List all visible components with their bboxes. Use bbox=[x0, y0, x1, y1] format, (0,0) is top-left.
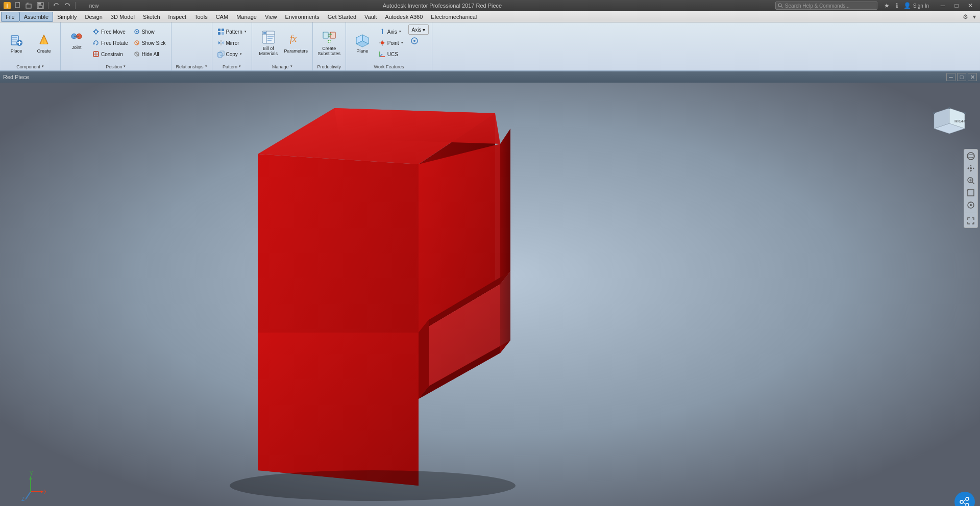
plane-button[interactable]: Plane bbox=[349, 24, 376, 60]
menu-electromechanical[interactable]: Electromechanical bbox=[427, 12, 481, 22]
orbit-btn[interactable] bbox=[965, 150, 976, 162]
place-button[interactable]: Place bbox=[3, 24, 30, 60]
app-icon: I bbox=[3, 2, 11, 10]
svg-marker-65 bbox=[381, 29, 383, 30]
component-dropdown-arrow[interactable]: ▾ bbox=[42, 64, 44, 68]
pattern-label: Pattern bbox=[226, 29, 242, 35]
save-btn[interactable] bbox=[36, 2, 45, 10]
menu-tools[interactable]: Tools bbox=[190, 12, 212, 22]
view-options-button[interactable] bbox=[408, 36, 429, 46]
menu-assemble[interactable]: Assemble bbox=[19, 12, 53, 22]
show-sick-button[interactable]: Show Sick bbox=[131, 38, 168, 48]
close-btn[interactable]: ✕ bbox=[964, 1, 977, 10]
ribbon-group-pattern: Pattern ▾ Mirror Copy bbox=[212, 22, 252, 70]
zoom-btn[interactable] bbox=[965, 175, 976, 186]
svg-point-66 bbox=[381, 41, 384, 44]
svg-marker-43 bbox=[218, 41, 220, 44]
fit-btn[interactable] bbox=[965, 215, 976, 226]
menu-manage[interactable]: Manage bbox=[232, 12, 261, 22]
create-button[interactable]: Create bbox=[31, 24, 57, 60]
menu-design[interactable]: Design bbox=[81, 12, 107, 22]
viewport-maximize-btn[interactable]: □ bbox=[957, 73, 966, 81]
user-btn[interactable]: 👤 bbox=[903, 2, 912, 10]
menu-vault[interactable]: Vault bbox=[360, 12, 381, 22]
axis-button[interactable]: Axis ▾ bbox=[377, 27, 405, 37]
create-substitutes-button[interactable]: Create Substitutes bbox=[316, 24, 342, 60]
redo-btn[interactable] bbox=[63, 2, 72, 10]
parameters-label: Parameters bbox=[284, 49, 308, 54]
undo-btn[interactable] bbox=[52, 2, 61, 10]
pan-btn[interactable] bbox=[965, 163, 976, 174]
viewport[interactable]: RIGHT bbox=[0, 83, 980, 506]
hide-all-button[interactable]: Hide All bbox=[131, 49, 168, 59]
svg-line-35 bbox=[136, 42, 138, 44]
bom-button[interactable]: Bill of Materials bbox=[255, 24, 282, 60]
pattern-button[interactable]: Pattern ▾ bbox=[215, 27, 249, 37]
title-bar-left: I new bbox=[3, 2, 109, 10]
svg-rect-41 bbox=[222, 32, 224, 35]
mirror-button[interactable]: Mirror bbox=[215, 38, 249, 48]
search-bar[interactable]: Search Help & Commands... bbox=[775, 2, 877, 10]
open-btn[interactable] bbox=[24, 2, 34, 10]
sign-in-label[interactable]: Sign In bbox=[913, 3, 929, 9]
relationships-dropdown-arrow[interactable]: ▾ bbox=[205, 64, 207, 68]
joint-button[interactable]: Joint bbox=[64, 27, 89, 61]
free-rotate-button[interactable]: Free Rotate bbox=[90, 38, 130, 48]
ucs-button[interactable]: UCS bbox=[377, 49, 405, 59]
position-group-label: Position bbox=[106, 64, 122, 69]
appearance-btn[interactable]: new bbox=[79, 2, 109, 10]
new-btn[interactable] bbox=[13, 2, 22, 10]
settings-btn[interactable]: ⚙ bbox=[961, 13, 970, 21]
free-rotate-icon bbox=[92, 39, 100, 46]
expand-ribbon-btn[interactable]: ▾ bbox=[970, 13, 979, 21]
maximize-btn[interactable]: □ bbox=[950, 1, 963, 10]
menu-3dmodel[interactable]: 3D Model bbox=[107, 12, 139, 22]
axis-label: Axis bbox=[387, 29, 397, 35]
component-group-label: component bbox=[16, 64, 40, 69]
menu-cam[interactable]: CAM bbox=[212, 12, 232, 22]
window-title: Autodesk Inventor Professional 2017 Red … bbox=[383, 3, 502, 9]
manage-group-dropdown-arrow[interactable]: ▾ bbox=[290, 64, 292, 68]
relationships-group-label-row: Relationships ▾ bbox=[176, 63, 207, 69]
svg-point-33 bbox=[136, 31, 137, 33]
bookmark-btn[interactable]: ★ bbox=[883, 2, 892, 10]
menu-inspect[interactable]: Inspect bbox=[164, 12, 190, 22]
position-dropdown-arrow[interactable]: ▾ bbox=[124, 64, 126, 68]
minimize-btn[interactable]: ─ bbox=[936, 1, 949, 10]
copy-icon bbox=[217, 50, 225, 58]
viewport-close-btn[interactable]: ✕ bbox=[968, 73, 977, 81]
ucs-label: UCS bbox=[387, 52, 398, 57]
copy-button[interactable]: Copy ▾ bbox=[215, 49, 249, 59]
menu-getstarted[interactable]: Get Started bbox=[324, 12, 360, 22]
hide-all-icon bbox=[133, 50, 140, 58]
menu-environments[interactable]: Environments bbox=[281, 12, 324, 22]
axis-filter-button[interactable]: Axis ▾ bbox=[408, 24, 429, 35]
parameters-button[interactable]: fx Parameters bbox=[283, 24, 309, 60]
look-at-btn[interactable] bbox=[965, 199, 976, 211]
svg-rect-53 bbox=[267, 40, 272, 41]
view-controls bbox=[964, 149, 978, 228]
menu-view[interactable]: View bbox=[261, 12, 281, 22]
menu-sketch[interactable]: Sketch bbox=[139, 12, 164, 22]
position-group-label-row: Position ▾ bbox=[106, 63, 126, 69]
menu-file[interactable]: File bbox=[1, 12, 19, 22]
ribbon-group-productivity-content: Create Substitutes bbox=[316, 24, 342, 63]
show-button[interactable]: Show bbox=[131, 27, 168, 37]
menu-a360[interactable]: Autodesk A360 bbox=[381, 12, 427, 22]
bom-label: Bill of Materials bbox=[259, 46, 278, 57]
viewport-minimize-btn[interactable]: ─ bbox=[946, 73, 955, 81]
point-button[interactable]: Point ▾ bbox=[377, 38, 405, 48]
nav-cube[interactable]: RIGHT bbox=[929, 98, 970, 139]
free-move-button[interactable]: Free Move bbox=[90, 27, 130, 37]
free-move-icon bbox=[92, 28, 100, 35]
info-btn[interactable]: ℹ bbox=[893, 2, 902, 10]
constrain-icon bbox=[92, 50, 100, 58]
svg-point-94 bbox=[948, 107, 950, 109]
mirror-label: Mirror bbox=[226, 40, 239, 46]
svg-line-10 bbox=[781, 7, 782, 8]
constrain-button[interactable]: Constrain bbox=[90, 49, 130, 59]
pattern-group-dropdown-arrow[interactable]: ▾ bbox=[239, 64, 241, 68]
zoom-all-btn[interactable] bbox=[965, 187, 976, 198]
menu-simplify[interactable]: Simplify bbox=[53, 12, 81, 22]
svg-point-75 bbox=[413, 40, 415, 42]
